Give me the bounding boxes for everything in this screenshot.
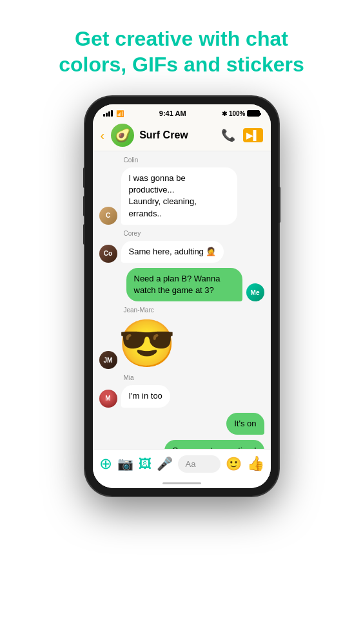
status-right: ✱ 100% — [222, 110, 260, 117]
phone-screen: 📶 9:41 AM ✱ 100% ‹ 🥑 Surf Crew 📞 ▶▌ — [93, 104, 271, 488]
headline-line1: Get creative with chat — [75, 27, 288, 50]
headline: Get creative with chat colors, GIFs and … — [20, 0, 343, 97]
sticker-jean: 😎 — [121, 317, 173, 369]
phone-call-icon[interactable]: 📞 — [221, 128, 235, 142]
chat-header: ‹ 🥑 Surf Crew 📞 ▶▌ — [93, 120, 271, 151]
message-row-colin: C I was gonna be productive...Laundry, c… — [99, 167, 264, 225]
message-row-me3: See you at game time! — [99, 440, 264, 449]
video-call-button[interactable]: ▶▌ — [243, 128, 263, 142]
home-indicator — [93, 478, 271, 488]
avatar-colin: C — [99, 207, 117, 225]
bubble-corey: Same here, adulting 🤦 — [121, 241, 224, 263]
group-avatar: 🥑 — [111, 124, 134, 147]
message-input[interactable]: Aa — [178, 455, 221, 473]
status-time: 9:41 AM — [159, 109, 186, 117]
message-row-mia: M I'm in too — [99, 385, 264, 407]
avatar-me1: Me — [246, 283, 264, 301]
group-avatar-emoji: 🥑 — [115, 128, 131, 143]
camera-button[interactable]: 📷 — [117, 456, 133, 471]
status-bar: 📶 9:41 AM ✱ 100% — [93, 104, 271, 120]
avatar-mia: M — [99, 390, 117, 408]
message-row-me2: It's on — [99, 413, 264, 435]
group-name: Surf Crew — [139, 129, 215, 141]
message-row-jean: JM 😎 — [99, 317, 264, 369]
sender-label-mia: Mia — [124, 374, 264, 381]
bubble-me3: See you at game time! — [164, 440, 264, 449]
home-bar — [162, 482, 201, 484]
emoji-button[interactable]: 🙂 — [226, 456, 242, 471]
sender-label-colin: Colin — [124, 156, 264, 164]
photo-button[interactable]: 🖼 — [139, 457, 152, 471]
bluetooth-icon: ✱ — [222, 110, 227, 117]
header-actions: 📞 ▶▌ — [221, 128, 263, 142]
avatar-jean: JM — [99, 351, 117, 369]
bubble-mia: I'm in too — [121, 385, 170, 407]
phone-mockup: 📶 9:41 AM ✱ 100% ‹ 🥑 Surf Crew 📞 ▶▌ — [85, 97, 279, 496]
add-button[interactable]: ⊕ — [99, 455, 112, 473]
mic-button[interactable]: 🎤 — [157, 456, 173, 471]
input-placeholder: Aa — [186, 459, 196, 469]
headline-line2: colors, GIFs and stickers — [59, 53, 304, 76]
battery-label: 100% — [229, 110, 246, 117]
sender-label-jean: Jean-Marc — [124, 307, 264, 314]
signal-icon — [103, 110, 113, 117]
battery-icon — [247, 110, 260, 117]
wifi-icon: 📶 — [116, 110, 124, 117]
input-bar: ⊕ 📷 🖼 🎤 Aa 🙂 👍 — [93, 449, 271, 478]
like-button[interactable]: 👍 — [247, 455, 264, 472]
message-row-me1: Me Need a plan B? Wanna watch the game a… — [99, 268, 264, 301]
messages-area: Colin C I was gonna be productive...Laun… — [93, 151, 271, 449]
status-left: 📶 — [103, 110, 124, 117]
sender-label-corey: Corey — [124, 230, 264, 237]
back-button[interactable]: ‹ — [101, 128, 105, 143]
bubble-me1: Need a plan B? Wanna watch the game at 3… — [126, 268, 242, 301]
bubble-colin: I was gonna be productive...Laundry, cle… — [121, 167, 237, 225]
bubble-me2: It's on — [226, 413, 264, 435]
video-icon: ▶▌ — [246, 130, 260, 140]
message-row-corey: Co Same here, adulting 🤦 — [99, 241, 264, 263]
avatar-corey: Co — [99, 245, 117, 263]
